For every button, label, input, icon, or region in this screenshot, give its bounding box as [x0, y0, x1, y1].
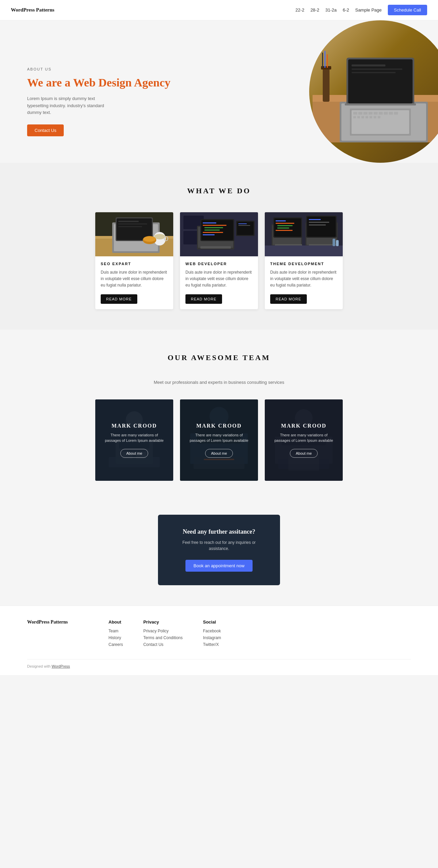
footer-link-instagram[interactable]: Instagram [203, 635, 221, 640]
footer-bottom: Designed with WordPress [27, 659, 411, 668]
schedule-call-button[interactable]: Schedule Call [388, 5, 427, 15]
svg-rect-24 [365, 116, 368, 118]
service-card-webdev-body: Web Developer Duis aute irure dolor in r… [180, 256, 258, 309]
footer-col-about-heading: About [108, 619, 123, 625]
svg-rect-9 [345, 103, 416, 105]
footer-col-privacy-heading: Privacy [143, 619, 183, 625]
team-member-3-about-button[interactable]: About me [290, 449, 317, 458]
footer-link-terms[interactable]: Terms and Conditions [143, 635, 183, 640]
nav-links: 22-2 28-2 31-2a 6-2 Sample Page Schedule… [296, 5, 427, 15]
footer-col-social-heading: Social [203, 619, 221, 625]
svg-rect-76 [277, 228, 289, 229]
webdev-read-more-button[interactable]: Read More [185, 294, 222, 304]
footer-brand-name: WordPress Patterns [27, 619, 88, 625]
seo-card-svg [95, 212, 173, 256]
service-card-theme-image [265, 212, 343, 256]
footer-link-twitter[interactable]: Twitter/X [203, 642, 221, 647]
svg-rect-18 [384, 112, 388, 115]
service-card-seo-title: SEO Expart [101, 262, 168, 266]
footer-bottom-text: Designed with [27, 664, 52, 668]
service-card-seo-desc: Duis aute irure dolor in reprehenderit i… [101, 269, 168, 289]
footer-columns: About Team History Careers Privacy Priva… [108, 619, 411, 649]
navbar: WordPress Patterns 22-2 28-2 31-2a 6-2 S… [0, 0, 438, 20]
svg-rect-6 [352, 64, 385, 66]
nav-link-sample[interactable]: Sample Page [355, 7, 382, 13]
contact-us-button[interactable]: Contact Us [27, 124, 64, 136]
nav-link-31-2a[interactable]: 31-2a [325, 7, 337, 13]
hero-description: Lorem Ipsum is simply dummy text typeset… [27, 95, 115, 116]
svg-rect-66 [238, 225, 250, 226]
footer-link-privacy-policy[interactable]: Privacy Policy [143, 629, 183, 633]
svg-rect-19 [389, 112, 393, 115]
svg-rect-28 [323, 68, 330, 102]
footer-link-team[interactable]: Team [108, 629, 123, 633]
svg-rect-27 [378, 116, 380, 118]
hero-laptop-svg [313, 41, 438, 142]
seo-read-more-button[interactable]: Read More [101, 294, 137, 304]
svg-rect-12 [353, 112, 357, 115]
service-card-seo-image [95, 212, 173, 256]
svg-rect-13 [358, 112, 362, 115]
team-card-3-overlay: Mark Crood There are many variations of … [265, 399, 343, 481]
footer-link-contact-us[interactable]: Contact Us [143, 642, 183, 647]
footer-col-about: About Team History Careers [108, 619, 123, 649]
team-card-1: Mark Crood There are many variations of … [95, 399, 173, 481]
team-card-2-overlay: Mark Crood There are many variations of … [180, 399, 258, 481]
service-card-seo-body: SEO Expart Duis aute irure dolor in repr… [95, 256, 173, 309]
footer-link-history[interactable]: History [108, 635, 123, 640]
footer-link-careers[interactable]: Careers [108, 642, 123, 647]
svg-rect-40 [118, 221, 139, 222]
svg-rect-74 [276, 223, 294, 224]
svg-rect-75 [277, 225, 293, 226]
hero-label: About Us [27, 67, 200, 71]
footer-col-privacy: Privacy Privacy Policy Terms and Conditi… [143, 619, 183, 649]
nav-link-6-2[interactable]: 6-2 [343, 7, 349, 13]
service-card-webdev-image [180, 212, 258, 256]
svg-rect-31 [327, 54, 328, 68]
hero-image-circle [309, 20, 438, 163]
footer-top: WordPress Patterns About Team History Ca… [27, 619, 411, 649]
svg-rect-57 [203, 225, 226, 226]
footer-link-facebook[interactable]: Facebook [203, 629, 221, 633]
nav-logo: WordPress Patterns [11, 7, 54, 13]
svg-rect-21 [353, 116, 356, 118]
hero-text: About Us We are a Web Design Agency Lore… [27, 67, 200, 136]
nav-link-22-2[interactable]: 22-2 [296, 7, 304, 13]
svg-rect-14 [363, 112, 367, 115]
cta-box: Need any further assitance? Feel free to… [158, 515, 280, 585]
theme-read-more-button[interactable]: Read More [270, 294, 307, 304]
svg-rect-58 [204, 227, 223, 228]
svg-rect-77 [276, 230, 293, 231]
team-cards-grid: Mark Crood There are many variations of … [27, 399, 411, 481]
book-appointment-button[interactable]: Book an appointment now [185, 560, 253, 572]
team-section-subtitle: Meet our professionals and experts in bu… [27, 379, 411, 386]
webdev-card-svg [180, 212, 258, 256]
service-card-theme-body: Theme Development Duis aute irure dolor … [265, 256, 343, 309]
footer-brand: WordPress Patterns [27, 619, 88, 649]
team-member-3-desc: There are many variations of passages of… [272, 432, 336, 443]
svg-rect-7 [352, 68, 402, 70]
service-cards-grid: SEO Expart Duis aute irure dolor in repr… [27, 212, 411, 309]
cta-description: Feel free to reach out for any inquiries… [175, 539, 263, 552]
svg-rect-82 [309, 219, 321, 220]
team-member-2-about-button[interactable]: About me [205, 449, 233, 458]
svg-rect-88 [333, 239, 335, 246]
svg-rect-62 [200, 246, 231, 249]
svg-rect-23 [361, 116, 364, 118]
svg-rect-16 [374, 112, 378, 115]
team-section: Our Awesome Team Meet our professionals … [0, 330, 438, 501]
svg-rect-30 [324, 51, 325, 68]
service-card-theme: Theme Development Duis aute irure dolor … [265, 212, 343, 309]
footer-wordpress-link[interactable]: WordPress [52, 664, 70, 668]
team-member-1-desc: There are many variations of passages of… [102, 432, 166, 443]
svg-point-47 [143, 236, 156, 242]
svg-rect-83 [309, 222, 329, 223]
team-member-1-about-button[interactable]: About me [120, 449, 148, 458]
svg-rect-89 [336, 240, 339, 246]
svg-rect-42 [118, 226, 142, 227]
service-card-webdev: Web Developer Duis aute irure dolor in r… [180, 212, 258, 309]
cta-section: Need any further assitance? Feel free to… [0, 501, 438, 606]
nav-link-28-2[interactable]: 28-2 [311, 7, 319, 13]
svg-rect-26 [374, 116, 376, 118]
team-member-2-desc: There are many variations of passages of… [187, 432, 251, 443]
